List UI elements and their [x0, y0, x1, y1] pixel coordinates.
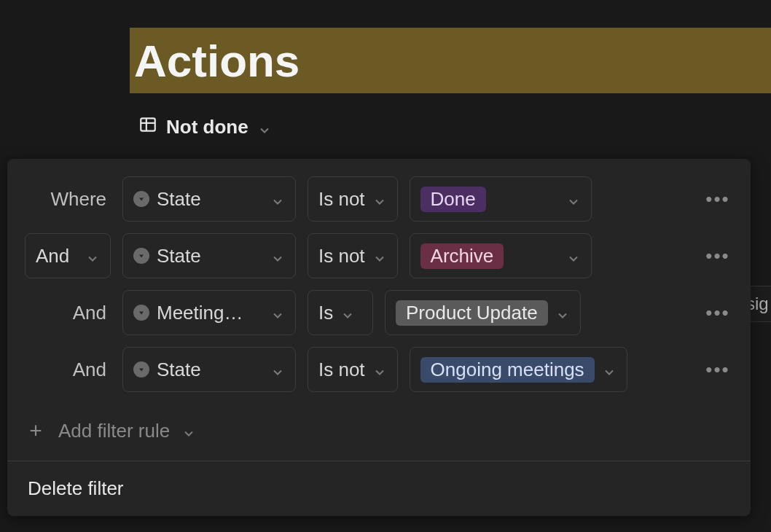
page-title: Actions	[134, 35, 300, 87]
select-property-icon	[133, 191, 149, 207]
svg-rect-0	[141, 118, 155, 130]
value-select[interactable]: Product Update	[385, 290, 581, 335]
chevron-down-icon	[566, 192, 581, 206]
view-selector[interactable]: Not done	[138, 115, 272, 139]
conjunction-label: Where	[25, 188, 111, 211]
value-tag: Done	[420, 187, 486, 212]
value-select[interactable]: Done	[410, 176, 592, 222]
operator-select[interactable]: Is not	[308, 176, 398, 222]
filter-rule-row: AndStateIs notArchive•••	[25, 233, 733, 278]
select-property-icon	[133, 361, 149, 378]
conjunction-label: And	[36, 245, 69, 267]
plus-icon: +	[25, 418, 47, 443]
operator-label: Is not	[318, 359, 365, 381]
delete-filter-button[interactable]: Delete filter	[7, 461, 751, 516]
operator-label: Is	[318, 302, 333, 324]
chevron-down-icon	[270, 362, 285, 377]
operator-select[interactable]: Is not	[308, 233, 398, 278]
filter-rule-row: WhereStateIs notDone•••	[25, 176, 733, 222]
svg-marker-4	[139, 255, 144, 258]
chevron-down-icon	[602, 362, 617, 377]
table-icon	[138, 115, 157, 139]
rule-more-button[interactable]: •••	[702, 354, 733, 385]
dots-icon: •••	[705, 188, 729, 211]
svg-marker-3	[139, 198, 144, 201]
property-select[interactable]: State	[122, 347, 296, 392]
operator-select[interactable]: Is	[308, 290, 373, 335]
operator-label: Is not	[318, 245, 365, 267]
filter-rule-row: AndStateIs notOngoing meetings•••	[25, 347, 733, 392]
chevron-down-icon	[555, 305, 570, 320]
value-select[interactable]: Archive	[410, 233, 592, 278]
dots-icon: •••	[705, 302, 729, 324]
chevron-down-icon	[372, 362, 387, 377]
rule-more-button[interactable]: •••	[702, 297, 733, 328]
chevron-down-icon	[270, 249, 285, 263]
chevron-down-icon	[181, 423, 196, 438]
chevron-down-icon	[270, 305, 285, 320]
operator-select[interactable]: Is not	[308, 347, 398, 392]
conjunction-label: And	[25, 359, 111, 381]
property-select[interactable]: Meeting…	[122, 290, 296, 335]
chevron-down-icon	[340, 305, 355, 320]
conjunction-label: And	[25, 302, 111, 324]
conjunction-select[interactable]: And	[25, 233, 111, 278]
add-filter-rule-button[interactable]: + Add filter rule	[7, 412, 751, 461]
delete-filter-label: Delete filter	[28, 477, 124, 499]
rule-more-button[interactable]: •••	[702, 240, 733, 271]
svg-marker-6	[139, 369, 144, 372]
chevron-down-icon	[372, 249, 387, 263]
filter-rules-list: WhereStateIs notDone•••AndStateIs notArc…	[7, 176, 751, 412]
dots-icon: •••	[705, 245, 729, 267]
chevron-down-icon	[85, 249, 100, 263]
page-title-block: Actions	[130, 28, 771, 93]
view-name: Not done	[166, 116, 248, 138]
select-property-icon	[133, 248, 149, 264]
chevron-down-icon	[566, 249, 581, 263]
value-tag: Product Update	[396, 300, 548, 326]
filter-panel: WhereStateIs notDone•••AndStateIs notArc…	[7, 159, 751, 516]
rule-more-button[interactable]: •••	[702, 184, 733, 214]
operator-label: Is not	[318, 188, 365, 211]
value-tag: Ongoing meetings	[420, 357, 595, 383]
property-select[interactable]: State	[122, 176, 296, 222]
chevron-down-icon	[270, 192, 285, 206]
svg-marker-5	[139, 312, 144, 315]
property-label: State	[157, 245, 263, 267]
select-property-icon	[133, 305, 149, 321]
dots-icon: •••	[705, 359, 729, 381]
property-label: Meeting…	[157, 302, 263, 324]
property-select[interactable]: State	[122, 233, 296, 278]
chevron-down-icon	[372, 192, 387, 206]
property-label: State	[157, 188, 263, 211]
value-tag: Archive	[420, 243, 504, 269]
value-select[interactable]: Ongoing meetings	[410, 347, 627, 392]
chevron-down-icon	[257, 120, 272, 135]
add-filter-rule-label: Add filter rule	[58, 420, 170, 442]
filter-rule-row: AndMeeting…IsProduct Update•••	[25, 290, 733, 335]
property-label: State	[157, 359, 263, 381]
